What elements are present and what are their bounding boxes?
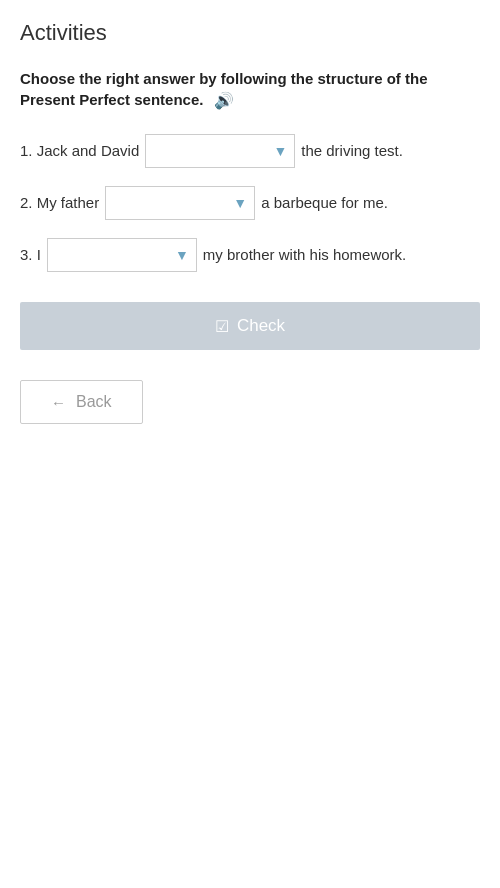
back-button-label: Back <box>76 393 112 411</box>
instruction-text: Choose the right answer by following the… <box>20 68 480 112</box>
check-button[interactable]: ☑ Check <box>20 302 480 350</box>
sentence-2-suffix: a barbeque for me. <box>261 189 388 218</box>
sentence-3-dropdown[interactable]: have helped has helped helped was helpin… <box>47 238 197 272</box>
audio-icon[interactable]: 🔊 <box>214 90 234 112</box>
sentence-1-block: 1. Jack and David have passed has passed… <box>20 134 480 168</box>
sentence-3-suffix: my brother with his homework. <box>203 241 406 270</box>
sentence-1-suffix: the driving test. <box>301 137 403 166</box>
sentence-1-dropdown-wrapper: have passed has passed passed were passi… <box>145 134 295 168</box>
check-icon: ☑ <box>215 317 229 336</box>
page-container: Activities Choose the right answer by fo… <box>0 0 500 888</box>
sentence-3-dropdown-wrapper: have helped has helped helped was helpin… <box>47 238 197 272</box>
page-title: Activities <box>20 20 480 46</box>
check-button-label: Check <box>237 316 285 336</box>
sentence-2-dropdown[interactable]: has made have made made was making <box>105 186 255 220</box>
sentence-3-prefix: 3. I <box>20 241 41 270</box>
sentence-1-dropdown[interactable]: have passed has passed passed were passi… <box>145 134 295 168</box>
sentence-3-block: 3. I have helped has helped helped was h… <box>20 238 480 272</box>
back-button[interactable]: ← Back <box>20 380 143 424</box>
sentence-2-dropdown-wrapper: has made have made made was making ▼ <box>105 186 255 220</box>
sentence-2-prefix: 2. My father <box>20 189 99 218</box>
back-arrow-icon: ← <box>51 394 66 411</box>
sentence-1-prefix: 1. Jack and David <box>20 137 139 166</box>
sentence-2-block: 2. My father has made have made made was… <box>20 186 480 220</box>
